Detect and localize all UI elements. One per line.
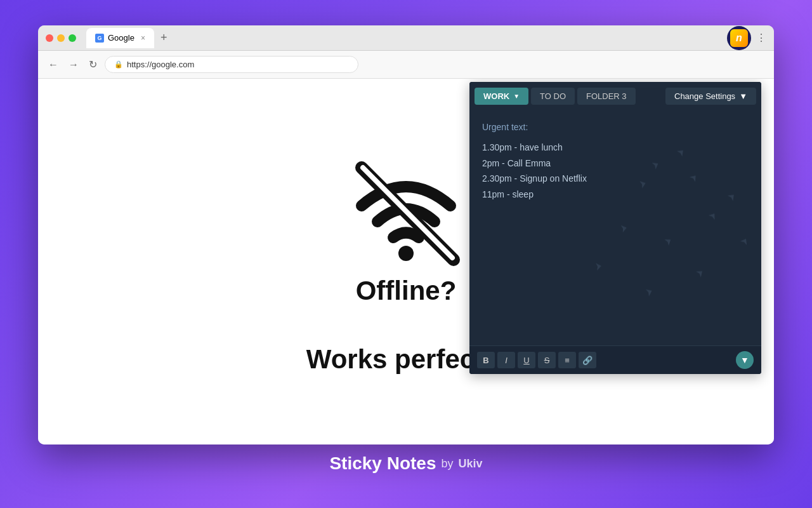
folder-tab[interactable]: FOLDER 3	[577, 88, 636, 105]
back-button[interactable]: ←	[46, 57, 61, 73]
svg-point-0	[398, 246, 414, 261]
tab-close-icon[interactable]: ×	[141, 34, 145, 43]
url-text: https://google.com	[127, 60, 194, 69]
traffic-lights	[46, 34, 76, 42]
settings-dropdown-icon: ▼	[739, 91, 747, 101]
new-tab-button[interactable]: +	[157, 31, 171, 44]
work-dropdown-icon: ▼	[513, 93, 520, 100]
footer-brand: Ukiv	[459, 457, 483, 471]
note-line-1: 1.30pm - have lunch	[482, 140, 749, 154]
refresh-button[interactable]: ↻	[86, 56, 100, 73]
forward-button[interactable]: →	[66, 57, 81, 73]
scroll-down-button[interactable]: ▼	[736, 351, 754, 369]
work-tab-label: WORK	[483, 91, 509, 101]
work-tab[interactable]: WORK ▼	[475, 88, 528, 105]
link-button[interactable]: 🔗	[579, 352, 596, 368]
note-line-4: 11pm - sleep	[482, 187, 749, 201]
minimize-button[interactable]	[57, 34, 65, 42]
svg-marker-9	[709, 211, 717, 220]
browser-window: G Google × + n ⋮ ← → ↻ 🔒 https://google.…	[38, 25, 774, 444]
maximize-button[interactable]	[69, 34, 76, 42]
footer: Sticky Notes by Ukiv	[329, 444, 482, 483]
svg-marker-7	[621, 224, 628, 233]
url-bar[interactable]: 🔒 https://google.com	[105, 56, 358, 73]
footer-by: by	[442, 457, 454, 471]
tab-label: Google	[108, 33, 134, 43]
strikethrough-button[interactable]: S	[538, 352, 556, 368]
urgent-label: Urgent text:	[482, 120, 749, 134]
footer-title: Sticky Notes	[329, 453, 436, 474]
svg-marker-12	[646, 287, 653, 296]
note-content[interactable]: Urgent text: 1.30pm - have lunch 2pm - C…	[469, 110, 761, 345]
title-bar: G Google × + n ⋮	[38, 25, 774, 51]
settings-btn-label: Change Settings	[674, 91, 735, 101]
svg-marker-8	[664, 236, 672, 245]
tab-favicon: G	[95, 34, 104, 43]
todo-tab[interactable]: TO DO	[531, 88, 575, 105]
browser-menu-icon[interactable]: ⋮	[756, 32, 766, 44]
sticky-panel: WORK ▼ TO DO FOLDER 3 Change Settings ▼ …	[469, 82, 761, 374]
svg-marker-11	[696, 268, 705, 277]
bold-button[interactable]: B	[477, 352, 495, 368]
page-content: Offline? Works perfectly WORK ▼ TO DO FO…	[38, 79, 774, 444]
svg-marker-10	[596, 262, 602, 271]
panel-toolbar: B I U S ≡ 🔗 ▼	[469, 345, 761, 374]
italic-button[interactable]: I	[497, 352, 515, 368]
todo-tab-label: TO DO	[540, 91, 566, 101]
change-settings-button[interactable]: Change Settings ▼	[665, 88, 756, 105]
wifi-off-icon	[343, 149, 469, 276]
note-line-2: 2pm - Call Emma	[482, 156, 749, 170]
browser-tab[interactable]: G Google ×	[86, 28, 154, 48]
address-bar: ← → ↻ 🔒 https://google.com	[38, 51, 774, 79]
panel-header: WORK ▼ TO DO FOLDER 3 Change Settings ▼	[469, 82, 761, 110]
folder-tab-label: FOLDER 3	[586, 91, 627, 101]
note-line-3: 2.30pm - Signup on Netflix	[482, 171, 749, 185]
list-button[interactable]: ≡	[558, 352, 576, 368]
extension-area: n ⋮	[727, 26, 766, 50]
tab-area: G Google × +	[86, 28, 722, 48]
underline-button[interactable]: U	[518, 352, 535, 368]
close-button[interactable]	[46, 34, 53, 42]
offline-title: Offline?	[356, 276, 457, 306]
lock-icon: 🔒	[114, 60, 123, 69]
extension-logo: n	[730, 29, 748, 47]
extension-icon[interactable]: n	[727, 26, 751, 50]
svg-marker-13	[740, 237, 749, 245]
